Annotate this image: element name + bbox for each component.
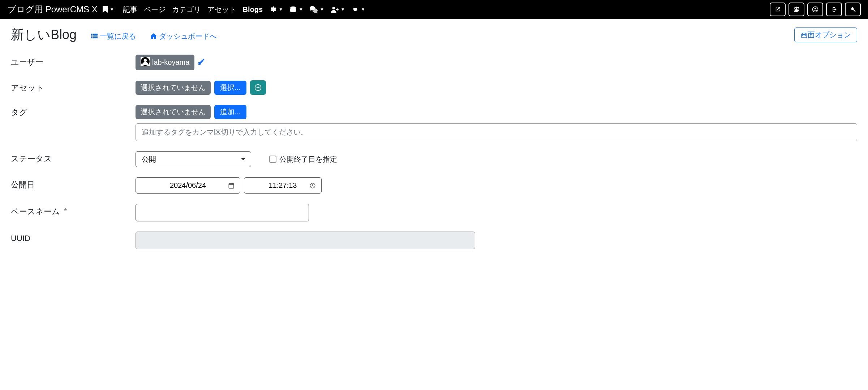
svg-point-11 [144, 59, 147, 62]
svg-point-3 [815, 8, 816, 10]
logout-button[interactable] [826, 3, 842, 16]
external-link-icon [774, 6, 781, 13]
back-to-list-link[interactable]: 一覧に戻る [91, 31, 136, 41]
svg-point-1 [332, 7, 335, 9]
nav-category[interactable]: カテゴリ [172, 5, 201, 14]
page-title: 新しいBlog [11, 26, 77, 44]
status-enddate-checkbox[interactable] [269, 156, 276, 163]
clock-icon [309, 182, 316, 189]
dashboard-link[interactable]: ダッシュボードへ [150, 31, 217, 41]
home-icon [150, 33, 157, 39]
caret-down-icon: ▼ [299, 7, 303, 12]
user-plus-icon [331, 6, 339, 13]
wrench-icon [850, 6, 856, 13]
calendar-icon [228, 182, 235, 189]
asset-none-badge: 選択されていません [136, 81, 211, 95]
bookmark-icon [103, 6, 108, 13]
user-button[interactable] [807, 3, 823, 16]
comments-dropdown[interactable]: ▼ [310, 6, 324, 13]
tag-none-badge: 選択されていません [136, 105, 211, 119]
brand-title[interactable]: ブログ用 PowerCMS X [7, 4, 98, 15]
user-badge: lab-koyama [136, 55, 194, 70]
list-icon [91, 33, 98, 39]
external-link-button[interactable] [770, 3, 786, 16]
nav-blogs[interactable]: Blogs [243, 5, 263, 14]
status-enddate-label[interactable]: 公開終了日を指定 [269, 154, 337, 164]
asset-label: アセット [11, 80, 136, 93]
edit-icon [198, 58, 205, 65]
plugin-dropdown[interactable]: ▼ [352, 6, 365, 13]
required-asterisk: * [64, 206, 67, 217]
tag-input[interactable] [136, 123, 857, 141]
basename-label: ベースネーム [11, 206, 60, 217]
svg-rect-5 [91, 35, 93, 37]
database-dropdown[interactable]: ▼ [289, 6, 303, 13]
svg-rect-9 [93, 37, 98, 38]
svg-rect-8 [93, 35, 98, 37]
published-date-input[interactable] [136, 177, 240, 194]
dashboard-label: ダッシュボードへ [159, 31, 217, 41]
settings-dropdown[interactable]: ▼ [269, 6, 283, 13]
tag-add-button[interactable]: 追加... [214, 105, 246, 119]
caret-down-icon: ▼ [320, 7, 324, 12]
asset-select-button[interactable]: 選択... [214, 81, 246, 95]
svg-rect-15 [229, 183, 234, 185]
svg-rect-4 [91, 34, 93, 35]
status-label: ステータス [11, 151, 136, 164]
user-circle-icon [812, 6, 818, 13]
status-select[interactable]: 公開 [136, 151, 251, 167]
nav-asset[interactable]: アセット [207, 5, 236, 14]
svg-rect-6 [91, 37, 93, 38]
basename-input[interactable] [136, 204, 309, 221]
status-enddate-text: 公開終了日を指定 [279, 154, 337, 164]
user-label: ユーザー [11, 55, 136, 68]
database-icon [289, 6, 297, 13]
screen-option-button[interactable]: 画面オプション [794, 27, 857, 42]
uuid-label: UUID [11, 232, 136, 243]
comments-icon [310, 6, 318, 13]
tools-button[interactable] [845, 3, 861, 16]
back-to-list-label: 一覧に戻る [100, 31, 136, 41]
plug-icon [352, 6, 359, 13]
logout-icon [831, 6, 837, 13]
gear-icon [269, 6, 276, 13]
user-edit-button[interactable] [198, 58, 205, 67]
tag-label: タグ [11, 105, 136, 118]
uuid-input [136, 232, 475, 249]
caret-down-icon: ▼ [110, 7, 114, 12]
nav-page[interactable]: ページ [144, 5, 166, 14]
asset-add-button[interactable] [250, 80, 266, 95]
caret-down-icon: ▼ [361, 7, 365, 12]
user-avatar-icon [141, 57, 150, 68]
refresh-icon [793, 6, 800, 13]
user-add-dropdown[interactable]: ▼ [331, 6, 345, 13]
published-label: 公開日 [11, 177, 136, 190]
caret-down-icon: ▼ [341, 7, 345, 12]
bookmark-dropdown[interactable]: ▼ [103, 6, 114, 13]
refresh-button[interactable] [788, 3, 804, 16]
user-name: lab-koyama [152, 58, 189, 67]
svg-rect-7 [93, 34, 98, 35]
nav-entry[interactable]: 記事 [123, 5, 137, 14]
caret-down-icon: ▼ [279, 7, 283, 12]
plus-circle-icon [254, 84, 262, 91]
